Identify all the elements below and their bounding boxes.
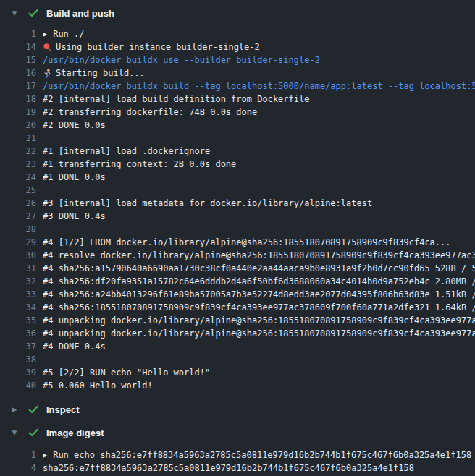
pushpin-icon [43,43,52,52]
log-line-number[interactable]: 14 [10,42,36,52]
log-line-text: #4 unpacking docker.io/library/alpine@sh… [43,315,475,326]
log-line[interactable]: 33 #4 sha256:a24bb4013296f61e89ba57005a7… [0,288,475,301]
log-line[interactable]: 34 #4 sha256:185518070891758909c9f839cf4… [0,301,475,314]
log-line-content: #4 unpacking docker.io/library/alpine@sh… [43,328,475,339]
log-line[interactable]: 26 #3 [internal] load metadata for docke… [0,197,475,210]
log-line-number[interactable]: 38 [10,354,36,365]
log-line-content: ▶ Run ./ [43,29,475,39]
log-line-number[interactable]: 17 [10,81,36,91]
step-section: ▶ Inspect [0,399,475,420]
step-log-lines: 1 ▶ Run echo sha256:e7ff8834a5963a2785c5… [0,449,475,475]
log-line-number[interactable]: 32 [10,276,36,286]
log-line-number[interactable]: 1 [10,450,36,460]
step-header-inspect[interactable]: ▶ Inspect [0,399,475,420]
log-line-number[interactable]: 1 [10,29,36,39]
log-line[interactable]: 19 #2 transferring dockerfile: 74B 0.0s … [0,106,475,119]
log-line-number[interactable]: 27 [10,211,36,221]
log-line-text: Run ./ [53,29,84,39]
chevron-down-icon[interactable]: ▼ [10,429,19,436]
log-line[interactable]: 31 #4 sha256:a15790640a6690aa1730c38cf0a… [0,262,475,275]
log-line-text: #3 DONE 0.4s [43,211,106,221]
log-line-number[interactable]: 20 [10,120,36,130]
log-line-text: #4 sha256:a15790640a6690aa1730c38cf0a440… [43,263,475,273]
log-line-number[interactable]: 37 [10,341,36,352]
run-chevron-icon[interactable]: ▶ [43,31,47,38]
log-line-text: #4 [1/2] FROM docker.io/library/alpine@s… [43,237,451,247]
step-header-build-and-push[interactable]: ▼ Build and push [0,3,475,23]
log-line[interactable]: 18 #2 [internal] load build definition f… [0,93,475,106]
log-line-content: #2 [internal] load build definition from… [43,94,475,104]
log-line[interactable]: 35 #4 unpacking docker.io/library/alpine… [0,314,475,327]
log-line-number[interactable]: 39 [10,367,36,378]
log-line-number[interactable]: 16 [10,68,36,78]
step-header-image-digest[interactable]: ▼ Image digest [0,422,475,443]
run-chevron-icon[interactable]: ▶ [43,452,47,459]
log-line[interactable]: 27 #3 DONE 0.4s [0,210,475,223]
log-line-content: #5 [2/2] RUN echo "Hello world!" [43,367,475,378]
log-line-number[interactable]: 30 [10,250,36,260]
log-line-number[interactable]: 26 [10,198,36,208]
step-section: ▼ Image digest 1 ▶ Run echo sha256:e7ff8… [0,422,475,475]
log-line[interactable]: 37 #4 DONE 0.4s [0,340,475,353]
log-line-number[interactable]: 18 [10,94,36,104]
log-line[interactable]: 14 Using builder instance builder-single… [0,41,475,54]
log-line-content: #4 sha256:df20fa9351a15782c64e6dddb2d4a6… [43,276,475,286]
log-line-number[interactable]: 40 [10,381,36,391]
log-line[interactable]: 30 #4 resolve docker.io/library/alpine@s… [0,249,475,262]
log-line[interactable]: 24 #1 DONE 0.0s [0,171,475,184]
log-line[interactable]: 28 [0,223,475,236]
log-line-number[interactable]: 31 [10,263,36,273]
log-line[interactable]: 1 ▶ Run echo sha256:e7ff8834a5963a2785c5… [0,449,475,462]
check-icon [28,9,39,17]
log-line-number[interactable]: 34 [10,302,36,313]
log-line-content: #3 DONE 0.4s [43,211,475,221]
log-line[interactable]: 29 #4 [1/2] FROM docker.io/library/alpin… [0,236,475,249]
log-line[interactable]: 25 [0,184,475,197]
log-line-number[interactable]: 22 [10,146,36,156]
log-line-text: #4 unpacking docker.io/library/alpine@sh… [43,328,475,339]
log-line[interactable]: 15 /usr/bin/docker buildx use --builder … [0,54,475,67]
log-line-number[interactable]: 4 [10,463,36,473]
log-line-number[interactable]: 19 [10,107,36,117]
log-line[interactable]: 16 Starting build... [0,67,475,80]
log-line-number[interactable]: 21 [10,133,36,143]
log-line[interactable]: 20 #2 DONE 0.0s [0,119,475,132]
log-line[interactable]: 39 #5 [2/2] RUN echo "Hello world!" [0,366,475,379]
log-line[interactable]: 22 #1 [internal] load .dockerignore [0,145,475,158]
log-line[interactable]: 4 sha256:e7ff8834a5963a2785c5a0811e979d1… [0,462,475,475]
step-section: ▼ Build and push 1 ▶ Run ./ 14 [0,3,475,392]
log-line-number[interactable]: 36 [10,328,36,339]
log-line-number[interactable]: 25 [10,185,36,195]
log-line-text: /usr/bin/docker buildx build --tag local… [43,81,475,91]
log-line-number[interactable]: 24 [10,172,36,182]
log-line-content: Starting build... [43,68,475,78]
log-line[interactable]: 21 [0,132,475,145]
log-line-content: #4 [1/2] FROM docker.io/library/alpine@s… [43,237,475,247]
log-line[interactable]: 36 #4 unpacking docker.io/library/alpine… [0,327,475,340]
log-line-content: #4 sha256:185518070891758909c9f839cf4ca3… [43,302,475,313]
log-line-number[interactable]: 29 [10,237,36,247]
chevron-down-icon[interactable]: ▼ [10,9,19,17]
log-line-content: #1 [internal] load .dockerignore [43,146,475,156]
log-line-text: sha256:e7ff8834a5963a2785c5a0811e979d16b… [43,463,414,473]
workflow-log[interactable]: ▼ Build and push 1 ▶ Run ./ 14 [0,0,475,476]
log-line[interactable]: 1 ▶ Run ./ [0,27,475,41]
log-line-text: Starting build... [56,68,145,78]
log-line-content: ▶ Run echo sha256:e7ff8834a5963a2785c5a0… [43,450,475,460]
log-line-number[interactable]: 35 [10,315,36,326]
log-line-number[interactable]: 15 [10,55,36,65]
log-line-text: Using builder instance builder-single-2 [56,42,260,52]
log-line[interactable]: 23 #1 transferring context: 2B 0.0s done [0,158,475,171]
runner-icon [43,69,52,78]
log-line-number[interactable]: 28 [10,224,36,234]
log-line-number[interactable]: 33 [10,289,36,299]
log-line[interactable]: 38 [0,353,475,366]
log-line-content: /usr/bin/docker buildx use --builder bui… [43,55,475,65]
log-line-number[interactable]: 23 [10,159,36,169]
log-line[interactable]: 32 #4 sha256:df20fa9351a15782c64e6dddb2d… [0,275,475,288]
log-line-text: #1 [internal] load .dockerignore [43,146,210,156]
log-line-content: Using builder instance builder-single-2 [43,42,475,52]
log-line[interactable]: 17 /usr/bin/docker buildx build --tag lo… [0,80,475,93]
chevron-right-icon[interactable]: ▶ [10,406,19,413]
log-line[interactable]: 40 #5 0.060 Hello world! [0,379,475,392]
